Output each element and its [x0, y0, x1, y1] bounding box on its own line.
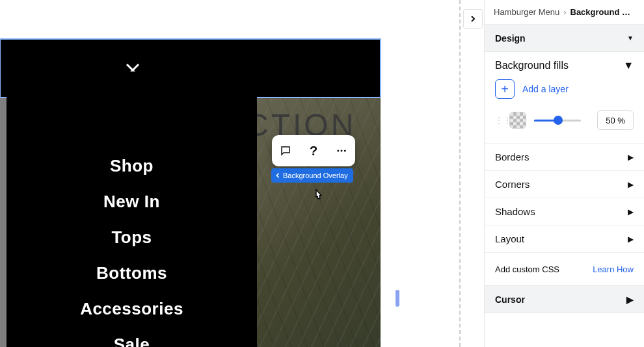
opacity-slider[interactable]	[534, 114, 589, 127]
section-borders-label: Borders	[495, 151, 530, 162]
menu-item[interactable]: Shop	[7, 148, 257, 184]
menu-item[interactable]: Tops	[7, 220, 257, 255]
caret-down-icon: ▼	[627, 34, 634, 42]
mobile-menu-panel: ShopNew InTopsBottomsAccessoriesSale	[7, 71, 257, 347]
menu-item[interactable]: New In	[7, 184, 257, 220]
bgfills-title: Background fills	[495, 60, 569, 71]
chevron-right-icon: ›	[563, 7, 566, 17]
chevron-right-icon: ▶	[628, 207, 634, 216]
chevron-right-icon: ▶	[628, 180, 634, 189]
learn-how-link[interactable]: Learn How	[593, 264, 634, 274]
svg-point-4	[343, 150, 345, 152]
section-corners[interactable]: Corners ▶	[485, 170, 644, 198]
section-corners-label: Corners	[495, 179, 530, 190]
chevron-right-icon: ▶	[626, 294, 634, 305]
panel-collapse-button[interactable]	[463, 9, 483, 29]
section-layout-label: Layout	[495, 233, 524, 244]
selection-tag[interactable]: Background Overlay	[271, 168, 353, 183]
element-toolbar: ?	[272, 135, 355, 166]
custom-css-row: Add custom CSS Learn How	[485, 252, 644, 286]
slider-thumb[interactable]	[554, 116, 563, 125]
add-layer-link[interactable]: Add a layer	[522, 84, 569, 94]
custom-css-label: Add custom CSS	[495, 264, 559, 274]
add-layer-button[interactable]: +	[495, 79, 515, 99]
editor-canvas: CTION ShopNew InTopsBottomsAccessoriesSa…	[0, 0, 382, 347]
menu-item[interactable]: Bottoms	[7, 255, 257, 291]
chevron-right-icon: ▶	[628, 153, 634, 162]
section-cursor-label: Cursor	[495, 294, 525, 305]
opacity-input[interactable]: 50 %	[597, 110, 634, 130]
section-shadows-label: Shadows	[495, 206, 535, 217]
section-shadows[interactable]: Shadows ▶	[485, 198, 644, 225]
section-cursor[interactable]: Cursor ▶	[485, 286, 644, 313]
caret-down-icon[interactable]: ▼	[623, 60, 634, 71]
svg-point-2	[337, 150, 339, 152]
pointer-cursor-icon	[312, 188, 325, 203]
section-design-label: Design	[495, 33, 526, 44]
section-design[interactable]: Design ▼	[485, 25, 644, 52]
background-fills-section: Background fills ▼ + Add a layer ⋮⋮ 50 %	[485, 52, 644, 143]
comment-icon[interactable]	[279, 144, 292, 157]
breadcrumb-current: Background Ove…	[570, 7, 636, 17]
canvas-scrollbar[interactable]	[396, 290, 399, 307]
menu-item[interactable]: Accessories	[7, 291, 257, 327]
section-borders[interactable]: Borders ▶	[485, 143, 644, 170]
breadcrumb: Hamburger Menu › Background Ove…	[485, 0, 644, 25]
inspector-panel: Hamburger Menu › Background Ove… Design …	[484, 0, 644, 347]
help-icon[interactable]: ?	[307, 144, 320, 157]
selection-tag-label: Background Overlay	[283, 172, 348, 179]
section-layout[interactable]: Layout ▶	[485, 225, 644, 252]
menu-item[interactable]: Sale	[7, 327, 257, 347]
fill-swatch[interactable]	[509, 112, 526, 129]
chevron-right-icon: ▶	[628, 235, 634, 244]
drag-handle-icon[interactable]: ⋮⋮	[495, 116, 502, 125]
breadcrumb-parent[interactable]: Hamburger Menu	[494, 7, 559, 17]
panel-divider	[459, 0, 461, 347]
more-icon[interactable]	[335, 144, 348, 157]
svg-point-3	[340, 150, 342, 152]
